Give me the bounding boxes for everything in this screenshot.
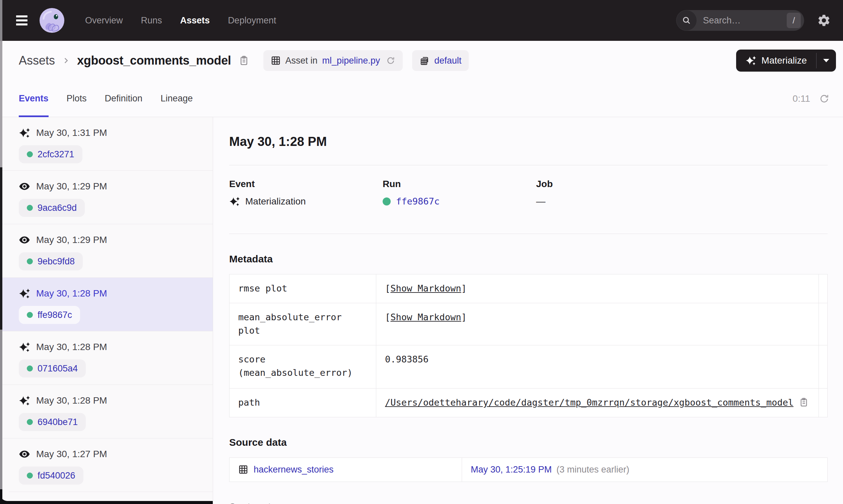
event-list-item-selected[interactable]: May 30, 1:28 PM ffe9867c xyxy=(0,278,213,331)
tab-events[interactable]: Events xyxy=(19,80,49,117)
metadata-key: mean_absolute_error plot xyxy=(229,303,376,345)
table-row: mean_absolute_error plot [Show Markdown] xyxy=(229,303,827,345)
event-timestamp: May 30, 1:31 PM xyxy=(36,127,107,138)
tab-definition[interactable]: Definition xyxy=(105,80,143,117)
metadata-key: score (mean_absolute_error) xyxy=(229,345,376,389)
source-relative-time: (3 minutes earlier) xyxy=(556,465,630,475)
metadata-key: rmse plot xyxy=(229,274,376,303)
storage-path-link[interactable]: /Users/odetteharary/code/dagster/tmp_0mz… xyxy=(385,396,793,410)
reload-definition-icon[interactable] xyxy=(386,56,395,65)
show-markdown-link[interactable]: Show Markdown xyxy=(390,312,461,322)
tab-plots[interactable]: Plots xyxy=(67,80,87,117)
event-timestamp: May 30, 1:28 PM xyxy=(36,395,107,406)
metadata-markdown-cell: [Show Markdown] xyxy=(385,282,467,295)
run-badge[interactable]: 6940be71 xyxy=(19,413,86,431)
asset-header-row: Assets xgboost_comments_model Asset in m… xyxy=(0,41,843,80)
dagster-logo[interactable] xyxy=(39,7,65,34)
run-id-link: 6940be71 xyxy=(37,417,78,427)
event-list-item[interactable]: May 30, 1:28 PM 6940be71 xyxy=(0,385,213,438)
search-icon xyxy=(676,11,696,31)
metadata-table: rmse plot [Show Markdown] mean_absolute_… xyxy=(229,274,828,417)
event-list-item[interactable]: May 30, 1:28 PM 071605a4 xyxy=(0,331,213,385)
content-area: May 30, 1:31 PM 2cfc3271 May 30, 1:29 PM… xyxy=(0,117,843,504)
run-badge[interactable]: 2cfc3271 xyxy=(19,145,82,163)
metadata-key: path xyxy=(229,389,376,417)
materialization-sparkle-icon xyxy=(19,395,30,406)
asset-tabs-bar: Events Plots Definition Lineage 0:11 xyxy=(0,80,843,117)
materialization-sparkle-icon xyxy=(229,196,240,207)
nav-item-assets[interactable]: Assets xyxy=(180,15,210,26)
run-badge[interactable]: 071605a4 xyxy=(19,359,86,378)
event-timestamp: May 30, 1:29 PM xyxy=(36,235,107,245)
refresh-icon[interactable] xyxy=(819,93,830,104)
definition-badge-prefix: Asset in xyxy=(286,56,317,66)
materialize-split-button: Materialize xyxy=(736,50,836,72)
run-id-link: ffe9867c xyxy=(37,310,72,320)
source-asset-link[interactable]: hackernews_stories xyxy=(254,465,334,475)
divider xyxy=(229,165,828,165)
run-status-dot xyxy=(27,205,33,211)
event-list-item[interactable]: May 30, 1:27 PM fd540026 xyxy=(0,438,213,492)
event-list-item[interactable]: May 30, 1:31 PM 2cfc3271 xyxy=(0,117,213,171)
tab-lineage[interactable]: Lineage xyxy=(160,80,193,117)
copy-path-icon[interactable] xyxy=(799,397,809,407)
nav-item-overview[interactable]: Overview xyxy=(85,15,123,26)
breadcrumb-assets-link[interactable]: Assets xyxy=(19,54,55,68)
run-column: Run ffe9867c xyxy=(383,179,536,207)
observation-eye-icon xyxy=(19,234,30,246)
primary-nav: Overview Runs Assets Deployment xyxy=(85,15,276,26)
event-timestamp: May 30, 1:29 PM xyxy=(36,181,107,192)
source-timestamp-link[interactable]: May 30, 1:25:19 PM xyxy=(471,465,552,475)
run-status-dot xyxy=(27,472,33,479)
run-status-dot xyxy=(27,419,33,425)
dagster-asset-page: Overview Runs Assets Deployment Search… … xyxy=(0,0,843,504)
run-label: Run xyxy=(383,179,536,190)
source-data-heading: Source data xyxy=(229,437,828,448)
table-end-column xyxy=(819,274,827,303)
materialization-sparkle-icon xyxy=(19,288,30,299)
materialize-dropdown-button[interactable] xyxy=(816,50,836,72)
event-timestamp: May 30, 1:28 PM xyxy=(36,288,107,299)
table-row: hackernews_stories May 30, 1:25:19 PM (3… xyxy=(229,458,827,482)
materialize-button-label: Materialize xyxy=(761,55,807,66)
gear-icon[interactable] xyxy=(817,13,831,28)
run-badge[interactable]: 9aca6c9d xyxy=(19,199,85,217)
auto-refresh-area: 0:11 xyxy=(793,80,830,117)
metadata-heading: Metadata xyxy=(229,253,828,265)
table-end-column xyxy=(819,303,827,345)
group-default-link[interactable]: default xyxy=(434,56,461,66)
event-column: Event Materialization xyxy=(229,179,383,207)
nav-item-runs[interactable]: Runs xyxy=(141,15,162,26)
run-badge[interactable]: ffe9867c xyxy=(19,306,80,324)
menu-icon[interactable] xyxy=(16,15,28,25)
materialize-button[interactable]: Materialize xyxy=(736,50,816,72)
run-id-link: 9ebc9fd8 xyxy=(37,256,75,267)
asset-name-title: xgboost_comments_model xyxy=(77,54,231,68)
job-label: Job xyxy=(536,179,828,190)
asset-definition-badge: Asset in ml_pipeline.py xyxy=(263,50,403,71)
materialization-sparkle-icon xyxy=(19,127,30,139)
source-data-table: hackernews_stories May 30, 1:25:19 PM (3… xyxy=(229,457,828,482)
definition-file-link[interactable]: ml_pipeline.py xyxy=(322,56,380,66)
run-id-link[interactable]: ffe9867c xyxy=(396,196,440,206)
event-list-item[interactable]: May 30, 1:29 PM 9ebc9fd8 xyxy=(0,224,213,278)
system-tags-heading: System tags xyxy=(229,501,828,504)
events-sidebar: May 30, 1:31 PM 2cfc3271 May 30, 1:29 PM… xyxy=(0,117,213,504)
event-detail-title: May 30, 1:28 PM xyxy=(229,134,828,149)
observation-eye-icon xyxy=(19,448,30,460)
event-list-item[interactable]: May 30, 1:29 PM 9aca6c9d xyxy=(0,171,213,224)
metadata-markdown-cell: [Show Markdown] xyxy=(385,310,467,324)
run-badge[interactable]: fd540026 xyxy=(19,467,83,485)
search-shortcut-key: / xyxy=(787,13,801,28)
search-input[interactable]: Search… / xyxy=(676,10,804,31)
copy-asset-name-icon[interactable] xyxy=(239,55,249,66)
job-value: — xyxy=(536,196,546,207)
divider xyxy=(229,234,828,234)
refresh-timer: 0:11 xyxy=(793,93,810,104)
layered-grid-icon xyxy=(419,56,430,66)
nav-item-deployment[interactable]: Deployment xyxy=(228,15,276,26)
run-id-link: 9aca6c9d xyxy=(37,203,77,213)
run-badge[interactable]: 9ebc9fd8 xyxy=(19,252,83,270)
show-markdown-link[interactable]: Show Markdown xyxy=(390,283,461,293)
table-end-column xyxy=(819,345,827,389)
